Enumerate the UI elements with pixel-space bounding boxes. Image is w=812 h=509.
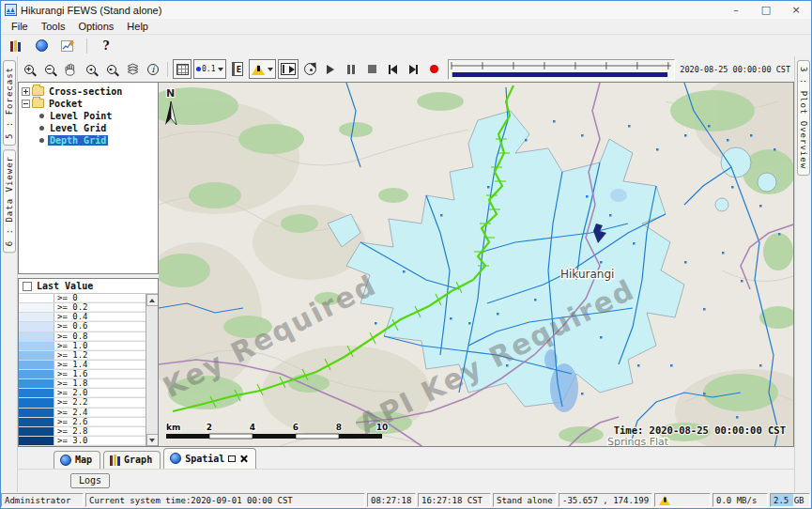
tab-graph[interactable]: Graph — [103, 451, 161, 469]
zoom-previous-button[interactable]: ◂ — [82, 59, 100, 79]
legend-row-label: >= 0 — [54, 294, 146, 302]
legend-row[interactable]: >= 3.0 — [19, 437, 146, 446]
grid-display-button[interactable] — [31, 37, 52, 54]
zoom-out-icon: − — [45, 65, 54, 74]
status-local-time: 16:27:18 CST — [418, 493, 491, 507]
pan-button[interactable] — [61, 59, 80, 79]
right-tab-strip: 3 : Plot Overview — [794, 56, 811, 492]
tree-item-pocket[interactable]: Pocket — [22, 98, 158, 109]
grid-toggle-button[interactable] — [173, 59, 192, 79]
tree-item-depth-grid[interactable]: Depth Grid — [38, 134, 158, 146]
bullet-icon — [39, 138, 44, 143]
dot-icon — [196, 67, 201, 71]
menu-item[interactable]: Tools — [35, 20, 72, 33]
timeseries-dialog-button[interactable] — [5, 37, 25, 54]
display-animation-button[interactable] — [278, 59, 299, 79]
legend-scrollbar[interactable] — [146, 294, 158, 446]
stop-button[interactable] — [362, 59, 381, 79]
tab-map[interactable]: Map — [54, 451, 100, 469]
legend-color-swatch — [19, 313, 54, 321]
legend-color-swatch — [19, 437, 54, 445]
zoom-next-button[interactable]: ▸ — [102, 59, 121, 79]
svg-text:10: 10 — [376, 423, 389, 432]
tree-item-cross-section[interactable]: Cross-section — [22, 85, 158, 97]
tab-plot-overview[interactable]: 3 : Plot Overview — [797, 60, 810, 176]
chart-up-icon — [61, 39, 75, 52]
expand-icon[interactable] — [22, 87, 30, 96]
tree-item-level-grid[interactable]: Level Grid — [38, 122, 158, 133]
pause-button[interactable] — [342, 59, 360, 79]
legend-row-label: >= 2.2 — [54, 398, 146, 407]
thresholds-dropdown[interactable] — [249, 59, 276, 79]
globe-icon — [60, 455, 71, 466]
close-button[interactable]: × — [781, 1, 811, 19]
info-button[interactable]: i — [144, 59, 162, 79]
animation-settings-button[interactable] — [300, 59, 319, 79]
tab-forecast[interactable]: 5 : Forecast — [3, 60, 16, 146]
legend-color-swatch — [19, 418, 54, 426]
status-coordinates: -35.657 , 174.199 — [559, 493, 652, 507]
time-slider[interactable] — [448, 59, 675, 80]
app-logo-icon — [5, 4, 17, 16]
tab-data-viewer[interactable]: 6 : Data Viewer — [3, 149, 16, 253]
last-value-checkbox[interactable] — [23, 282, 32, 291]
map-toolbar: + − ◂ ▸ i 0.1 E — [18, 56, 794, 82]
zoom-in-button[interactable]: + — [20, 59, 38, 79]
place-label-hikurangi: Hikurangi — [560, 268, 614, 281]
app-window: Hikurangi FEWS (Stand alone) – □ × FileT… — [0, 0, 812, 509]
map-view[interactable]: API Key Required API Key Required Hikura… — [159, 82, 794, 447]
layers-icon — [126, 63, 140, 75]
status-bar: Administrator Current system time:2020-0… — [1, 492, 811, 508]
layers-button[interactable] — [123, 59, 142, 79]
menu-item[interactable]: Options — [71, 20, 120, 33]
step-forward-button[interactable] — [404, 59, 422, 79]
step-back-button[interactable] — [383, 59, 402, 79]
status-memory[interactable]: 2.5 GB — [770, 493, 810, 507]
step-back-icon — [389, 65, 397, 74]
legend-row-label: >= 0.2 — [54, 303, 146, 312]
record-icon — [430, 65, 438, 73]
collapse-icon[interactable] — [22, 100, 30, 108]
close-tab-icon[interactable] — [239, 455, 248, 463]
svg-text:4: 4 — [250, 423, 255, 432]
folder-icon — [32, 99, 44, 108]
menu-item[interactable]: File — [5, 20, 35, 33]
contour-interval-dropdown[interactable]: 0.1 — [193, 59, 226, 79]
title-bar[interactable]: Hikurangi FEWS (Stand alone) – □ × — [1, 1, 811, 19]
grid-icon — [176, 64, 189, 75]
legend-color-swatch — [19, 409, 54, 417]
play-button[interactable] — [321, 59, 340, 79]
legend-row-label: >= 2.8 — [54, 427, 146, 436]
legend-class-list: >= 0 >= 0.2 >= 0.4 >= 0.6 — [19, 294, 146, 446]
logs-button[interactable]: Logs — [70, 473, 110, 488]
minimize-button[interactable]: – — [721, 1, 751, 19]
warning-icon — [252, 64, 265, 75]
scroll-down-icon[interactable] — [146, 434, 159, 446]
globe-icon — [36, 39, 48, 52]
logs-row: Logs — [18, 469, 794, 492]
legend-row-label: >= 1.0 — [54, 342, 146, 350]
restore-tab-icon[interactable] — [228, 455, 236, 462]
dropdown-caret-icon — [268, 68, 273, 71]
menu-item[interactable]: Help — [120, 20, 155, 33]
zoom-out-button[interactable]: − — [40, 59, 59, 79]
tree-item-level-point[interactable]: Level Point — [38, 110, 158, 121]
status-gmt-time: 08:27:18 GMT — [367, 493, 416, 507]
chart-display-button[interactable] — [57, 37, 78, 54]
legend-color-swatch — [19, 370, 54, 378]
svg-text:km: km — [166, 423, 180, 432]
legend-row-label: >= 2.6 — [54, 418, 146, 426]
tab-spatial[interactable]: Spatial — [163, 448, 256, 469]
scroll-up-icon[interactable] — [146, 294, 159, 306]
maximize-button[interactable]: □ — [751, 1, 781, 19]
layer-tree: Cross-section Pocket Level Point — [18, 82, 159, 274]
pause-icon — [347, 65, 355, 74]
dropdown-caret-icon — [218, 68, 223, 71]
help-button[interactable]: ? — [96, 37, 116, 54]
status-alerts[interactable] — [654, 493, 711, 507]
record-button[interactable] — [424, 59, 443, 79]
legend-row-label: >= 0.8 — [54, 332, 146, 341]
scale-ruler-button[interactable]: E — [228, 59, 247, 79]
play-icon — [327, 65, 334, 74]
status-mode: Stand alone — [493, 493, 557, 507]
